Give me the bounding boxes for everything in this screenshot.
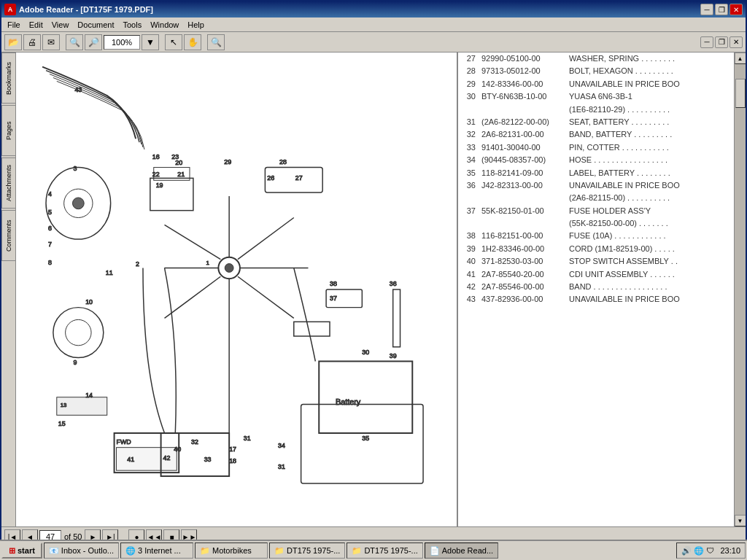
part-desc: STOP SWITCH ASSEMBLY . . — [566, 255, 734, 268]
table-row: 35 118-82141-09-00 LABEL, BATTERY . . . … — [458, 167, 734, 179]
svg-text:28: 28 — [279, 158, 287, 166]
open-button[interactable]: 📂 — [4, 34, 22, 50]
select-tool-button[interactable]: ↖ — [165, 34, 182, 50]
parts-diagram: 43 3 4 5 6 7 8 19 16 — [16, 52, 457, 526]
vertical-scrollbar[interactable]: ▲ ▼ — [734, 52, 746, 526]
svg-text:11: 11 — [106, 269, 113, 276]
svg-text:10: 10 — [85, 298, 93, 306]
svg-text:4: 4 — [48, 190, 52, 198]
inner-restore-button[interactable]: ❐ — [715, 36, 728, 48]
svg-text:43: 43 — [74, 86, 82, 93]
svg-text:5: 5 — [48, 209, 52, 216]
part-desc: UNAVAILABLE IN PRICE BOO — [566, 293, 734, 306]
svg-text:41: 41 — [127, 456, 134, 463]
taskbar-internet[interactable]: 🌐 3 Internet ... — [120, 542, 193, 559]
menu-window[interactable]: Window — [146, 19, 183, 31]
part-num: 36 — [458, 179, 479, 192]
svg-text:35: 35 — [362, 435, 369, 442]
svg-text:FWD: FWD — [117, 438, 131, 446]
scroll-up-button[interactable]: ▲ — [735, 52, 746, 64]
title-bar: A Adobe Reader - [DT175F 1979.PDF] ─ ❐ ✕ — [1, 1, 746, 18]
table-row: 37 55K-82150-01-00 FUSE HOLDER ASS'Y — [458, 205, 734, 217]
part-number: 2A6-82131-00-00 — [479, 128, 566, 141]
side-tabs-panel: Bookmarks Pages Attachments Comments — [1, 52, 16, 526]
find-button[interactable]: 🔍 — [207, 34, 225, 50]
table-row: 38 116-82151-00-00 FUSE (10A) . . . . . … — [458, 230, 734, 242]
part-desc2: (55K-82150-00-00) . . . . . . . — [566, 217, 734, 230]
attachments-tab[interactable]: Attachments — [1, 158, 16, 209]
scroll-down-button[interactable]: ▼ — [735, 515, 746, 526]
part-desc: YUASA 6N6-3B-1 — [566, 90, 734, 103]
zoom-dropdown-button[interactable]: ▼ — [142, 34, 159, 50]
part-num: 40 — [458, 255, 479, 268]
part-number: (2A6-82122-00-00) — [479, 116, 566, 128]
comments-tab[interactable]: Comments — [1, 210, 16, 261]
svg-text:37: 37 — [330, 295, 337, 302]
part-num: 29 — [458, 78, 479, 90]
svg-text:14: 14 — [85, 392, 93, 399]
taskbar-adobe[interactable]: 📄 Adobe Read... — [425, 542, 498, 559]
menu-file[interactable]: File — [3, 19, 25, 31]
part-num: 31 — [458, 116, 479, 128]
inner-close-button[interactable]: ✕ — [729, 36, 743, 48]
menu-bar: File Edit View Document Tools Window Hel… — [1, 18, 746, 32]
svg-text:15: 15 — [58, 420, 66, 427]
table-row: 29 142-83346-00-00 UNAVAILABLE IN PRICE … — [458, 78, 734, 90]
part-desc: LABEL, BATTERY . . . . . . . . — [566, 167, 734, 179]
bookmarks-tab[interactable]: Bookmarks — [1, 52, 16, 104]
part-number: 2A7-85540-20-00 — [479, 268, 566, 281]
part-number: 91401-30040-00 — [479, 141, 566, 154]
part-desc: UNAVAILABLE IN PRICE BOO — [566, 179, 734, 192]
taskbar-outlook[interactable]: 📧 Inbox - Outlo... — [44, 542, 119, 559]
svg-text:26: 26 — [267, 174, 274, 182]
taskbar-motorbikes[interactable]: 📁 Motorbikes — [195, 542, 268, 559]
svg-text:8: 8 — [48, 259, 52, 266]
part-number: 97313-05012-00 — [479, 65, 566, 77]
inner-minimize-button[interactable]: ─ — [700, 36, 713, 48]
table-row: (2A6-82115-00) . . . . . . . . . . — [458, 192, 734, 204]
email-button[interactable]: ✉ — [42, 34, 60, 50]
part-number: 1H2-83346-00-00 — [479, 243, 566, 255]
pages-tab[interactable]: Pages — [1, 105, 16, 156]
svg-text:22: 22 — [152, 171, 160, 178]
part-num: 38 — [458, 230, 479, 242]
menu-view[interactable]: View — [47, 19, 74, 31]
svg-text:9: 9 — [73, 359, 77, 366]
zoom-out-button[interactable]: 🔍 — [66, 34, 83, 50]
svg-line-32 — [238, 276, 294, 318]
hand-tool-button[interactable]: ✋ — [184, 34, 201, 50]
svg-text:3: 3 — [73, 165, 77, 172]
zoom-input[interactable] — [104, 35, 140, 50]
part-number: BTY-6N63B-10-00 — [479, 90, 566, 103]
minimize-button[interactable]: ─ — [700, 4, 713, 15]
scroll-thumb[interactable] — [735, 79, 746, 108]
part-num: 27 — [458, 52, 479, 65]
svg-text:39: 39 — [390, 352, 397, 359]
part-num-empty — [458, 217, 479, 230]
menu-tools[interactable]: Tools — [119, 19, 147, 31]
table-row: 34 (90445-08357-00) HOSE . . . . . . . .… — [458, 154, 734, 166]
taskbar-dt175-1[interactable]: 📁 DT175 1975-... — [269, 542, 345, 559]
print-button[interactable]: 🖨 — [23, 34, 41, 50]
svg-rect-63 — [393, 289, 400, 347]
table-row: 28 97313-05012-00 BOLT, HEXAGON . . . . … — [458, 65, 734, 77]
part-desc: CDI UNIT ASSEMBLY . . . . . . — [566, 268, 734, 281]
table-row: 41 2A7-85540-20-00 CDI UNIT ASSEMBLY . .… — [458, 268, 734, 281]
menu-help[interactable]: Help — [183, 19, 209, 31]
restore-button[interactable]: ❐ — [715, 4, 728, 15]
zoom-in-button[interactable]: 🔎 — [85, 34, 102, 50]
svg-text:34: 34 — [278, 442, 285, 449]
menu-edit[interactable]: Edit — [25, 19, 47, 31]
part-desc: FUSE (10A) . . . . . . . . . . . . — [566, 230, 734, 242]
svg-line-31 — [165, 276, 221, 318]
start-button[interactable]: ⊞ start — [1, 542, 42, 559]
scroll-track[interactable] — [735, 64, 746, 515]
part-desc: BAND, BATTERY . . . . . . . . . — [566, 128, 734, 141]
part-num: 41 — [458, 268, 479, 281]
part-desc: HOSE . . . . . . . . . . . . . . . . . — [566, 154, 734, 166]
menu-document[interactable]: Document — [73, 19, 118, 31]
part-num: 34 — [458, 154, 479, 166]
taskbar-dt175-2[interactable]: 📁 DT175 1975-... — [347, 542, 422, 559]
close-button[interactable]: ✕ — [729, 4, 743, 15]
part-desc: FUSE HOLDER ASS'Y — [566, 205, 734, 217]
